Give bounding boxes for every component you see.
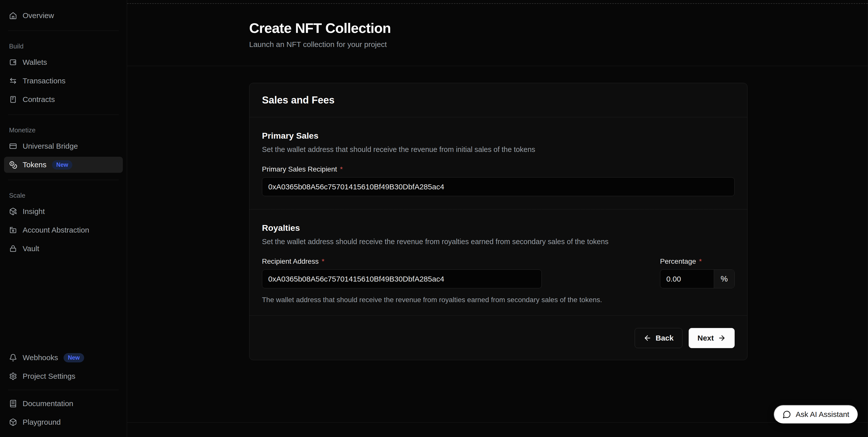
primary-sales-section: Primary Sales Set the wallet address tha… (249, 117, 747, 210)
bottom-divider (127, 423, 868, 423)
page-title: Create NFT Collection (249, 21, 868, 35)
royalties-heading: Royalties (262, 223, 735, 232)
sidebar-spacer (4, 257, 123, 350)
arrows-left-right-icon (9, 77, 17, 85)
book-icon (9, 400, 17, 408)
sidebar-item-contracts[interactable]: Contracts (4, 91, 123, 107)
package-search-icon (9, 208, 17, 216)
arrow-left-icon (644, 334, 651, 342)
gear-icon (9, 372, 17, 380)
sidebar-item-label: Insight (23, 207, 45, 216)
sidebar-item-webhooks[interactable]: Webhooks New (4, 350, 123, 366)
sidebar-item-vault[interactable]: Vault (4, 241, 123, 257)
recipient-address-label: Recipient Address * (262, 258, 542, 265)
percentage-input[interactable] (660, 270, 714, 288)
wallet-icon (9, 58, 17, 66)
royalties-description: Set the wallet address should receive th… (262, 238, 735, 245)
divider (8, 390, 119, 390)
sidebar-item-playground[interactable]: Playground (4, 414, 123, 430)
card-title: Sales and Fees (262, 94, 335, 106)
card-footer: Back Next (249, 316, 747, 360)
page-header: Create NFT Collection Launch an NFT coll… (127, 0, 868, 66)
document-icon (9, 95, 17, 103)
ask-ai-assistant-button[interactable]: Ask AI Assistant (774, 405, 858, 424)
sidebar-item-label: Overview (23, 11, 54, 20)
sidebar-item-tokens[interactable]: Tokens New (4, 157, 123, 173)
sidebar-section-monetize: Monetize (9, 126, 118, 134)
sidebar-item-label: Tokens (23, 160, 46, 169)
back-button[interactable]: Back (635, 328, 682, 348)
sidebar-item-label: Project Settings (23, 372, 75, 380)
arrow-right-icon (718, 334, 726, 342)
sidebar-item-label: Transactions (23, 76, 66, 85)
next-button-label: Next (698, 334, 714, 342)
label-text: Recipient Address (262, 258, 319, 265)
percentage-field: Percentage * % (660, 245, 735, 288)
divider (8, 31, 119, 31)
credit-card-icon (9, 142, 17, 150)
sidebar-item-label: Documentation (23, 399, 73, 408)
sidebar-item-account-abstraction[interactable]: Account Abstraction (4, 222, 123, 238)
sidebar-item-label: Playground (23, 418, 61, 427)
chat-bubble-icon (783, 410, 791, 419)
primary-sales-recipient-label: Primary Sales Recipient * (262, 166, 735, 173)
sidebar-item-label: Wallets (23, 58, 47, 67)
percent-suffix: % (714, 270, 734, 288)
label-text: Percentage (660, 258, 696, 265)
royalties-section: Royalties Set the wallet address should … (249, 210, 747, 316)
sidebar-item-project-settings[interactable]: Project Settings (4, 368, 123, 384)
primary-sales-description: Set the wallet address that should recei… (262, 146, 735, 153)
recipient-address-field: Recipient Address * (262, 245, 542, 288)
card-header: Sales and Fees (249, 83, 747, 117)
royalties-fields-row: Recipient Address * Percentage * % (262, 245, 735, 288)
sidebar-item-label: Vault (23, 244, 39, 253)
divider (8, 115, 119, 115)
sidebar-item-label: Universal Bridge (23, 142, 78, 150)
home-icon (9, 11, 17, 20)
sidebar-item-overview[interactable]: Overview (4, 7, 123, 24)
new-badge: New (64, 353, 84, 363)
coins-icon (9, 161, 17, 169)
required-asterisk: * (699, 258, 702, 265)
lock-icon (9, 245, 17, 253)
sidebar-section-scale: Scale (9, 192, 118, 199)
cube-icon (9, 418, 17, 426)
percentage-input-group: % (660, 270, 735, 288)
smart-wallet-icon (9, 226, 17, 234)
sidebar-item-insight[interactable]: Insight (4, 204, 123, 219)
page-subtitle: Launch an NFT collection for your projec… (249, 41, 868, 48)
sidebar-item-label: Contracts (23, 95, 55, 104)
percent-icon: % (720, 274, 727, 284)
required-asterisk: * (340, 166, 343, 173)
label-text: Primary Sales Recipient (262, 166, 337, 173)
sidebar-item-label: Account Abstraction (23, 226, 89, 234)
sales-and-fees-card: Sales and Fees Primary Sales Set the wal… (249, 83, 747, 360)
sidebar-item-label: Webhooks (23, 353, 58, 362)
percentage-label: Percentage * (660, 258, 735, 265)
sidebar-section-build: Build (9, 42, 118, 50)
required-asterisk: * (322, 258, 324, 265)
ask-ai-assistant-label: Ask AI Assistant (796, 410, 849, 419)
bell-icon (9, 354, 17, 362)
sidebar-item-wallets[interactable]: Wallets (4, 54, 123, 70)
sidebar: Overview Build Wallets Transactions Cont… (0, 0, 127, 437)
main-content: Create NFT Collection Launch an NFT coll… (127, 0, 868, 437)
new-badge: New (52, 160, 72, 169)
primary-sales-recipient-input[interactable] (262, 177, 735, 196)
recipient-helper-text: The wallet address that should receive t… (262, 296, 735, 303)
primary-sales-heading: Primary Sales (262, 131, 735, 140)
sidebar-item-transactions[interactable]: Transactions (4, 73, 123, 89)
next-button[interactable]: Next (689, 328, 735, 348)
sidebar-item-documentation[interactable]: Documentation (4, 396, 123, 412)
recipient-address-input[interactable] (262, 270, 542, 288)
sidebar-item-universal-bridge[interactable]: Universal Bridge (4, 138, 123, 154)
back-button-label: Back (655, 334, 674, 342)
